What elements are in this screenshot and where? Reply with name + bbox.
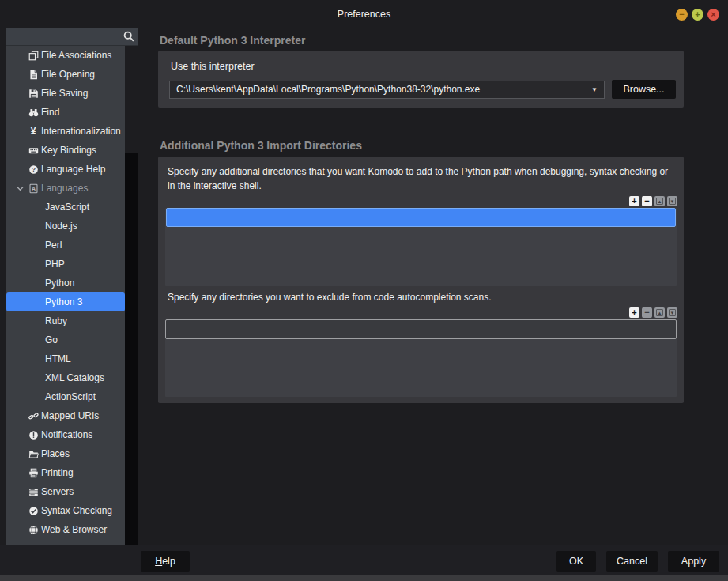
import-dirs-add-button[interactable]: + — [629, 196, 639, 206]
minimize-button[interactable]: − — [676, 9, 688, 21]
sidebar-item-ruby[interactable]: Ruby — [6, 311, 125, 330]
interpreter-path-value: C:\Users\kent\AppData\Local\Programs\Pyt… — [176, 84, 587, 95]
sidebar-item-printing[interactable]: Printing — [6, 463, 125, 482]
browse-button[interactable]: Browse... — [612, 80, 676, 99]
search-icon — [123, 30, 135, 43]
sidebar-item-label: HTML — [45, 353, 71, 364]
sidebar-item-syntax-checking[interactable]: Syntax Checking — [6, 501, 125, 520]
sidebar-item-php[interactable]: PHP — [6, 255, 125, 274]
yen-icon: ¥ — [28, 126, 39, 137]
sidebar-item-xml-catalogs[interactable]: XML Catalogs — [6, 368, 125, 387]
exclude-dirs-toolbar: +−▲▼ — [164, 307, 677, 318]
sidebar-item-python-3[interactable]: Python 3 — [6, 292, 125, 311]
sidebar-item-label: Languages — [41, 183, 88, 194]
check-circle-icon — [28, 505, 39, 516]
exclude-dirs-add-button[interactable]: + — [629, 307, 639, 318]
dialog-title: Preferences — [0, 9, 728, 20]
import-dir-selected-row[interactable] — [166, 208, 676, 227]
import-dirs-toolbar: +−▲▼ — [164, 196, 677, 206]
sidebar-item-web-browser[interactable]: Web & Browser — [6, 520, 125, 539]
preferences-tree: File AssociationsFile OpeningFile Saving… — [6, 46, 125, 575]
sidebar-item-label: Servers — [41, 486, 74, 497]
exclude-dirs-remove-button[interactable]: − — [642, 307, 652, 318]
sidebar-item-html[interactable]: HTML — [6, 349, 125, 368]
import-dirs-move-down-button[interactable]: ▼ — [667, 196, 677, 206]
sidebar-item-javascript[interactable]: JavaScript — [6, 198, 125, 217]
sidebar-item-label: Syntax Checking — [41, 505, 112, 516]
sidebar-item-internationalization[interactable]: ¥Internationalization — [6, 122, 125, 141]
exclude-directories-list[interactable] — [165, 319, 677, 397]
sidebar-item-servers[interactable]: Servers — [6, 482, 125, 501]
sidebar-item-label: Node.js — [45, 221, 77, 232]
sidebar-item-file-associations[interactable]: File Associations — [6, 46, 125, 65]
move-down-icon: ▼ — [669, 198, 676, 205]
chevron-slot — [16, 487, 28, 497]
link-icon — [28, 410, 39, 421]
import-dirs-description: Specify any additional directories that … — [168, 164, 676, 193]
sidebar-item-label: Internationalization — [41, 126, 121, 137]
sidebar-item-language-help[interactable]: ?Language Help — [6, 160, 125, 179]
exclude-dirs-description: Specify any directories you want to excl… — [168, 290, 676, 304]
sidebar-item-python[interactable]: Python — [6, 274, 125, 292]
chevron-slot — [16, 468, 28, 478]
sidebar-item-label: Web & Browser — [41, 524, 107, 535]
sidebar-item-file-opening[interactable]: File Opening — [6, 65, 125, 84]
ok-button[interactable]: OK — [556, 551, 596, 572]
sidebar-item-actionscript[interactable]: ActionScript — [6, 387, 125, 406]
sidebar-item-label: File Opening — [41, 69, 95, 80]
preferences-dialog: Preferences −+× File AssociationsFile Op… — [0, 0, 728, 581]
sidebar-item-label: PHP — [45, 258, 65, 270]
file-saving-icon — [28, 88, 39, 99]
window-controls: −+× — [676, 9, 719, 21]
chevron-slot — [16, 411, 28, 421]
exclude-dirs-move-down-button[interactable]: ▼ — [667, 307, 677, 318]
sidebar-search-box[interactable] — [6, 28, 138, 46]
interpreter-combobox[interactable]: C:\Users\kent\AppData\Local\Programs\Pyt… — [169, 81, 605, 99]
sidebar-item-places[interactable]: Places — [6, 444, 125, 463]
sidebar-item-label: Places — [41, 448, 70, 459]
sidebar-item-label: Mapped URIs — [41, 410, 99, 421]
import-directories-list[interactable] — [165, 208, 677, 286]
sidebar-item-find[interactable]: Find — [6, 103, 125, 122]
section-heading-interpreter: Default Python 3 Interpreter — [160, 34, 305, 47]
sidebar-item-perl[interactable]: Perl — [6, 236, 125, 255]
question-circle-icon: ? — [28, 164, 39, 175]
sidebar-item-file-saving[interactable]: File Saving — [6, 84, 125, 103]
folder-icon — [28, 448, 39, 459]
sidebar-scrollbar[interactable] — [125, 46, 138, 575]
chevron-slot — [16, 51, 28, 61]
sidebar-item-go[interactable]: Go — [6, 330, 125, 349]
sidebar-item-label: Ruby — [45, 315, 67, 326]
cancel-button[interactable]: Cancel — [606, 551, 658, 572]
chevron-slot — [16, 89, 28, 99]
find-icon — [28, 107, 39, 118]
use-interpreter-label: Use this interpreter — [171, 61, 676, 72]
sidebar-item-languages[interactable]: ALanguages — [6, 179, 125, 198]
apply-button[interactable]: Apply — [668, 551, 719, 572]
import-dirs-remove-button[interactable]: − — [642, 196, 652, 206]
close-button[interactable]: × — [707, 9, 719, 21]
help-button[interactable]: Help — [141, 551, 190, 572]
chevron-down-icon[interactable] — [16, 183, 28, 194]
chevron-slot — [16, 108, 28, 118]
languages-icon: A — [28, 183, 39, 194]
sidebar-search-input[interactable] — [6, 31, 123, 42]
sidebar-item-key-bindings[interactable]: Key Bindings — [6, 141, 125, 160]
move-down-icon: ▼ — [669, 309, 676, 316]
svg-text:A: A — [32, 186, 36, 191]
zoom-button[interactable]: + — [692, 9, 703, 21]
dropdown-arrow-icon: ▼ — [591, 86, 598, 93]
exclude-dir-empty-row[interactable] — [165, 319, 677, 339]
chevron-slot — [16, 506, 28, 516]
exclude-dirs-move-up-button[interactable]: ▲ — [654, 307, 665, 318]
file-associations-icon — [28, 50, 39, 61]
sidebar-scrollbar-thumb[interactable] — [125, 153, 138, 575]
sidebar-item-notifications[interactable]: Notifications — [6, 425, 125, 444]
chevron-slot — [16, 449, 28, 459]
sidebar-item-node-js[interactable]: Node.js — [6, 217, 125, 236]
servers-icon — [28, 486, 39, 497]
import-dirs-move-up-button[interactable]: ▲ — [654, 196, 665, 206]
sidebar-item-mapped-uris[interactable]: Mapped URIs — [6, 406, 125, 425]
sidebar-item-label: Language Help — [41, 164, 105, 175]
chevron-slot — [16, 430, 28, 440]
